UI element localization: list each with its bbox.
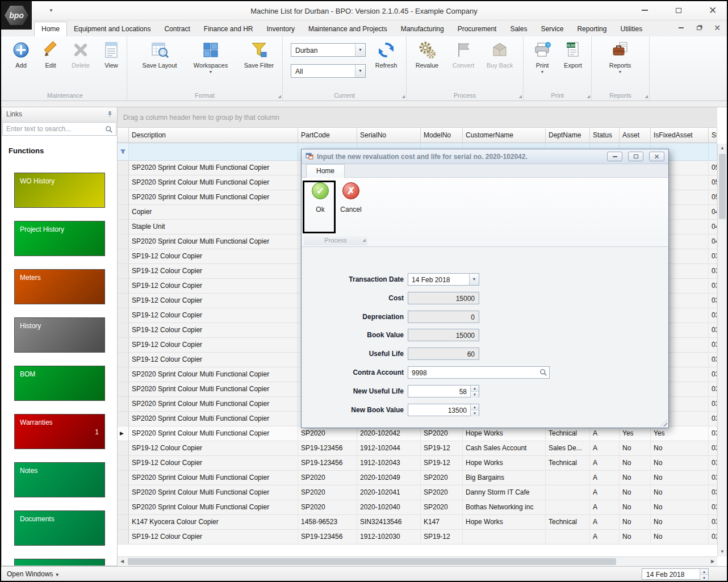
revalue-button[interactable]: Revalue [411, 40, 443, 69]
reports-button[interactable]: Reports ▼ [603, 40, 637, 74]
search-icon[interactable] [539, 369, 547, 378]
search-icon[interactable] [105, 125, 113, 135]
tab-home[interactable]: Home [34, 22, 67, 36]
tab-utilities[interactable]: Utilities [613, 22, 649, 36]
table-row[interactable]: SP2020 Sprint Colour Multi Functional Co… [118, 426, 717, 441]
vertical-scroll-thumb[interactable] [719, 154, 726, 219]
table-row[interactable]: SP2020 Sprint Colour Multi Functional Co… [118, 500, 717, 515]
dialog-tab-home[interactable]: Home [306, 164, 345, 178]
sidebar-item-history[interactable]: History [14, 317, 105, 353]
dialog-minimize-button[interactable] [607, 152, 622, 161]
field-input-cost[interactable]: 15000 [408, 292, 479, 304]
column-header-startd[interactable]: StartD [709, 128, 717, 143]
refresh-button[interactable]: Refresh [369, 40, 403, 69]
field-input-new-useful-life[interactable]: 58▲▼ [408, 385, 479, 397]
sidebar-item-wo-history[interactable]: WO History [14, 173, 105, 208]
spin-down-icon[interactable]: ▼ [471, 411, 479, 416]
horizontal-scroll-thumb[interactable] [128, 558, 616, 565]
table-row[interactable]: SP2020 Sprint Colour Multi Functional Co… [118, 485, 717, 500]
column-header-isfixedasset[interactable]: IsFixedAsset [651, 128, 709, 143]
save-layout-button[interactable]: Save Layout [137, 40, 182, 69]
field-input-depreciation[interactable]: 0 [408, 311, 479, 323]
group-expand-icon[interactable]: ◢ [278, 94, 281, 99]
field-input-useful-life[interactable]: 60 [408, 347, 479, 360]
column-header-customername[interactable]: CustomerName [463, 128, 546, 143]
table-row[interactable]: SP19-12 Colour CopierSP19-1234561912-102… [118, 441, 717, 456]
column-header-modelno[interactable]: ModelNo [421, 128, 463, 143]
chevron-down-icon[interactable]: ▼ [355, 44, 365, 56]
sidebar-item-notes[interactable]: Notes [14, 462, 105, 497]
table-row[interactable]: SP19-12 Colour CopierSP19-1234561912-102… [118, 530, 717, 545]
scroll-up-icon[interactable]: ▲ [718, 144, 727, 153]
sidebar-item-documents[interactable]: Documents [14, 510, 105, 546]
convert-button[interactable]: Convert [447, 40, 479, 69]
group-by-panel[interactable]: Drag a column header here to group by th… [118, 107, 717, 128]
close-button[interactable]: ✕ [704, 5, 721, 16]
cancel-button[interactable]: ✗ Cancel [338, 182, 364, 213]
column-header-serialno[interactable]: SerialNo [357, 128, 421, 143]
mdi-minimize-button[interactable] [677, 24, 685, 32]
tab-inventory[interactable]: Inventory [260, 22, 302, 36]
dialog-close-button[interactable]: ✕ [649, 152, 664, 161]
quick-access-dropdown-icon[interactable]: ▼ [49, 8, 53, 13]
export-button[interactable]: XLSX Export [559, 40, 587, 69]
ok-button[interactable]: ✓ Ok [307, 182, 333, 213]
spinner[interactable]: ▲▼ [470, 386, 479, 397]
spin-up-icon[interactable]: ▲ [471, 386, 479, 392]
open-windows-button[interactable]: Open Windows ▼ [7, 570, 60, 578]
tab-equipment-and-locations[interactable]: Equipment and Locations [67, 22, 157, 36]
dialog-maximize-button[interactable] [628, 152, 643, 161]
mdi-restore-button[interactable] [695, 24, 703, 32]
tab-contract[interactable]: Contract [157, 22, 196, 36]
filter-cell[interactable] [709, 143, 717, 161]
pin-icon[interactable] [107, 111, 113, 119]
tab-sales[interactable]: Sales [503, 22, 534, 36]
group-expand-icon[interactable]: ◢ [519, 94, 522, 99]
minimize-button[interactable] [636, 5, 653, 16]
field-input-new-book-value[interactable]: 13500▲▼ [408, 404, 479, 416]
view-button[interactable]: View [98, 40, 125, 69]
add-button[interactable]: Add [7, 40, 35, 69]
workspaces-button[interactable]: Workspaces ▼ [187, 40, 234, 74]
search-input[interactable] [3, 123, 116, 135]
sidebar-item-partial[interactable] [14, 559, 105, 566]
sidebar-item-bom[interactable]: BOM [14, 366, 105, 401]
date-spinner[interactable]: ▲▼ [700, 569, 708, 579]
table-row[interactable]: K147 Kyocera Colour Copier1458-96523SIN3… [118, 515, 717, 530]
group-expand-icon[interactable]: ◢ [363, 236, 366, 244]
spin-down-icon[interactable]: ▼ [471, 392, 479, 397]
group-expand-icon[interactable]: ◢ [402, 94, 405, 99]
delete-button[interactable]: Delete [66, 40, 95, 69]
tab-manufacturing[interactable]: Manufacturing [394, 22, 451, 36]
filter-select[interactable]: All ▼ [291, 64, 366, 78]
horizontal-scrollbar[interactable]: ◀ ▶ [118, 556, 717, 566]
column-header-status[interactable]: Status [590, 128, 620, 143]
tab-service[interactable]: Service [534, 22, 570, 36]
spin-down-icon[interactable]: ▼ [700, 575, 708, 581]
group-expand-icon[interactable]: ◢ [587, 94, 590, 99]
column-header-partcode[interactable]: PartCode [298, 128, 357, 143]
edit-button[interactable]: Edit [36, 40, 65, 69]
field-input-transaction-date[interactable]: 14 Feb 2018▼ [408, 273, 479, 286]
table-row[interactable]: SP19-12 Colour CopierSP19-1234561912-102… [118, 456, 717, 471]
column-header-description[interactable]: Description [129, 128, 298, 143]
tab-finance-and-hr[interactable]: Finance and HR [197, 22, 260, 36]
column-header-deptname[interactable]: DeptName [546, 128, 590, 143]
sidebar-item-meters[interactable]: Meters [14, 269, 105, 304]
mdi-close-button[interactable]: ✕ [713, 24, 721, 32]
spin-up-icon[interactable]: ▲ [700, 569, 708, 575]
spinner[interactable]: ▲▼ [470, 404, 479, 416]
tab-procurement[interactable]: Procurement [451, 22, 504, 36]
table-row[interactable]: SP2020 Sprint Colour Multi Functional Co… [118, 471, 717, 485]
buy-back-button[interactable]: Buy Back [482, 40, 518, 69]
save-filter-button[interactable]: Save Filter [239, 40, 279, 69]
column-header-asset[interactable]: Asset [620, 128, 651, 143]
status-date-picker[interactable]: 14 Feb 2018 ▲▼ [642, 568, 709, 580]
field-input-contra-account[interactable]: 9998 [408, 366, 550, 379]
scroll-down-icon[interactable]: ▼ [718, 547, 727, 556]
sidebar-item-project-history[interactable]: Project History [14, 221, 105, 256]
branch-select[interactable]: Durban ▼ [291, 43, 366, 57]
vertical-scrollbar[interactable]: ▲ ▼ [717, 144, 727, 556]
scroll-left-icon[interactable]: ◀ [118, 557, 127, 566]
filter-cell[interactable] [129, 143, 298, 161]
